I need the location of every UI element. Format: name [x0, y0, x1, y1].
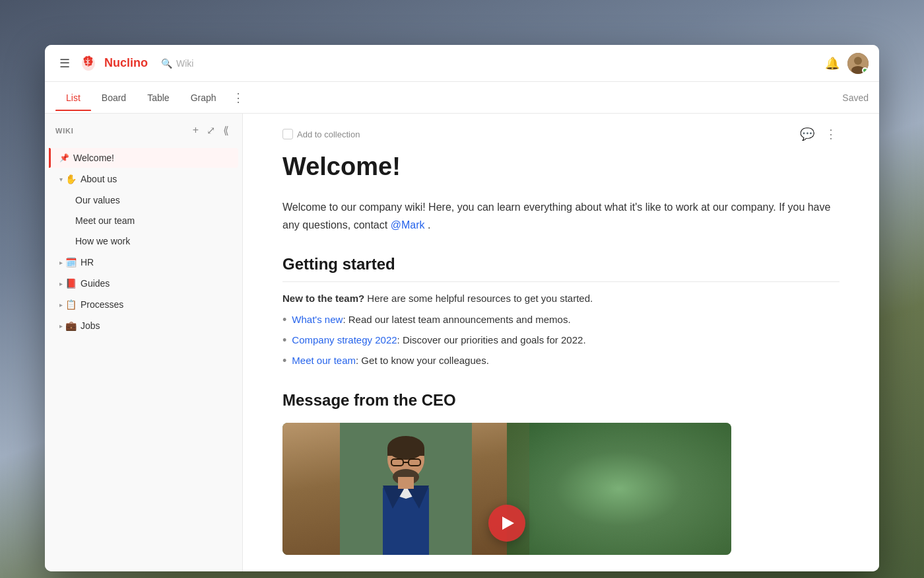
sidebar-header: WIKI + ⤢ ⟪	[45, 114, 242, 147]
collapse-sidebar-icon[interactable]: ⟪	[220, 122, 232, 139]
hamburger-icon[interactable]: ☰	[55, 52, 74, 75]
sidebar-item-our-values[interactable]: Our values	[65, 190, 238, 210]
search-placeholder: Wiki	[176, 58, 193, 69]
sidebar-item-processes[interactable]: ▸ 📋 Processes	[49, 295, 238, 314]
guides-emoji: 📕	[65, 278, 77, 289]
sidebar-item-hr-label: HR	[81, 257, 217, 268]
sidebar-item-our-values-label: Our values	[75, 195, 228, 205]
tab-table[interactable]: Table	[137, 85, 180, 111]
hr-emoji: 🗓️	[65, 257, 77, 268]
company-strategy-link[interactable]: Company strategy 2022	[292, 334, 397, 345]
avatar[interactable]	[847, 53, 869, 74]
app-window: ☰ Nuclino 🔍 Wiki 🔔	[45, 45, 879, 571]
sidebar-item-meet-our-team[interactable]: Meet our team	[65, 211, 238, 231]
main-layout: WIKI + ⤢ ⟪ 📌 Welcome! ▾ ✋ About us	[45, 114, 879, 571]
intro-end: .	[428, 219, 430, 231]
list-item: • Company strategy 2022: Discover our pr…	[282, 332, 840, 349]
chevron-down-icon: ▾	[59, 176, 63, 183]
sidebar-item-how-we-work[interactable]: How we work	[65, 231, 238, 251]
more-options-icon[interactable]: ⋮	[822, 124, 840, 144]
mention-link[interactable]: @Mark	[391, 219, 425, 231]
page-title: Welcome!	[282, 152, 840, 182]
video-thumbnail[interactable]	[282, 423, 731, 555]
list-item: • Meet our team: Get to know your collea…	[282, 353, 840, 369]
page-intro: Welcome to our company wiki! Here, you c…	[282, 198, 840, 234]
bell-icon[interactable]: 🔔	[825, 56, 840, 71]
sidebar-item-about-us[interactable]: ▾ ✋ About us	[49, 169, 238, 189]
whats-new-link[interactable]: What's new	[292, 314, 343, 325]
processes-emoji: 📋	[65, 299, 77, 310]
bullet-dot: •	[282, 312, 286, 328]
tab-bar: List Board Table Graph ⋮ Saved	[45, 82, 879, 114]
bullet-item-2: Company strategy 2022: Discover our prio…	[292, 332, 585, 348]
content-icons: 💬 ⋮	[797, 124, 840, 144]
new-to-team-text: New to the team? Here are some helpful r…	[282, 293, 840, 304]
bullet-item-3: Meet our team: Get to know your colleagu…	[292, 353, 489, 369]
tab-list[interactable]: List	[55, 85, 91, 111]
svg-rect-16	[398, 477, 414, 489]
chevron-right-icon-guides: ▸	[59, 280, 63, 287]
play-button[interactable]	[488, 505, 525, 542]
sidebar-item-welcome[interactable]: 📌 Welcome!	[49, 148, 238, 168]
tab-board[interactable]: Board	[91, 85, 137, 111]
sidebar-item-hr[interactable]: ▸ 🗓️ HR	[49, 252, 238, 272]
logo-brain-icon	[79, 53, 100, 74]
sidebar: WIKI + ⤢ ⟪ 📌 Welcome! ▾ ✋ About us	[45, 114, 243, 571]
new-to-team-label: New to the team?	[282, 293, 364, 304]
saved-status: Saved	[842, 92, 869, 103]
about-us-emoji: ✋	[65, 174, 77, 184]
collection-checkbox[interactable]	[282, 129, 293, 139]
pin-icon: 📌	[59, 153, 69, 163]
video-background	[507, 423, 731, 555]
svg-rect-7	[387, 448, 424, 456]
intro-text: Welcome to our company wiki! Here, you c…	[282, 201, 830, 231]
expand-icon[interactable]: ⤢	[204, 122, 218, 139]
sidebar-item-welcome-label: Welcome!	[73, 153, 217, 163]
add-to-collection-button[interactable]: Add to collection	[282, 129, 360, 139]
jobs-emoji: 💼	[65, 320, 77, 331]
sidebar-item-how-we-work-label: How we work	[75, 236, 228, 246]
comment-icon[interactable]: 💬	[797, 124, 817, 144]
search-icon: 🔍	[161, 58, 172, 69]
tab-graph[interactable]: Graph	[180, 85, 227, 111]
getting-started-title: Getting started	[282, 255, 840, 282]
meet-our-team-link[interactable]: Meet our team	[292, 355, 356, 366]
logo-text: Nuclino	[104, 56, 148, 70]
bullet-list: • What's new: Read our latest team annou…	[282, 312, 840, 370]
content-area: Add to collection 💬 ⋮ Welcome! Welcome t…	[243, 114, 879, 571]
sidebar-item-processes-label: Processes	[81, 299, 217, 310]
search-area[interactable]: 🔍 Wiki	[161, 58, 825, 69]
ceo-section-title: Message from the CEO	[282, 391, 840, 410]
top-bar: ☰ Nuclino 🔍 Wiki 🔔	[45, 45, 879, 82]
svg-point-2	[854, 57, 862, 65]
play-triangle-icon	[502, 517, 514, 530]
sidebar-item-guides[interactable]: ▸ 📕 Guides	[49, 273, 238, 293]
add-to-collection-label: Add to collection	[297, 129, 360, 139]
bullet-dot-2: •	[282, 332, 286, 349]
logo-area: Nuclino	[79, 53, 148, 74]
bullet-text-2: : Discover our priorities and goals for …	[397, 334, 586, 345]
content-top-bar: Add to collection 💬 ⋮	[282, 114, 840, 152]
sidebar-item-guides-label: Guides	[81, 278, 217, 289]
chevron-right-icon-hr: ▸	[59, 259, 63, 266]
bullet-text-3: : Get to know your colleagues.	[356, 355, 489, 366]
bullet-dot-3: •	[282, 353, 286, 369]
list-item: • What's new: Read our latest team annou…	[282, 312, 840, 328]
sidebar-item-meet-our-team-label: Meet our team	[75, 215, 228, 226]
sidebar-item-jobs[interactable]: ▸ 💼 Jobs	[49, 316, 238, 336]
wiki-label: WIKI	[55, 127, 185, 135]
chevron-right-icon-processes: ▸	[59, 301, 63, 308]
bullet-item-1: What's new: Read our latest team announc…	[292, 312, 570, 328]
bullet-text-1: : Read our latest team announcements and…	[343, 314, 570, 325]
sidebar-item-about-us-label: About us	[81, 174, 217, 184]
chevron-right-icon-jobs: ▸	[59, 322, 63, 330]
sidebar-header-icons: + ⤢ ⟪	[190, 122, 232, 139]
avatar-online-dot	[862, 67, 868, 73]
top-bar-right: 🔔	[825, 53, 869, 74]
add-item-icon[interactable]: +	[190, 122, 201, 139]
new-to-team-body: Here are some helpful resources to get y…	[367, 293, 593, 304]
sidebar-item-jobs-label: Jobs	[81, 320, 217, 331]
about-us-children: Our values Meet our team How we work	[45, 190, 242, 252]
tab-more-icon[interactable]: ⋮	[227, 85, 249, 110]
